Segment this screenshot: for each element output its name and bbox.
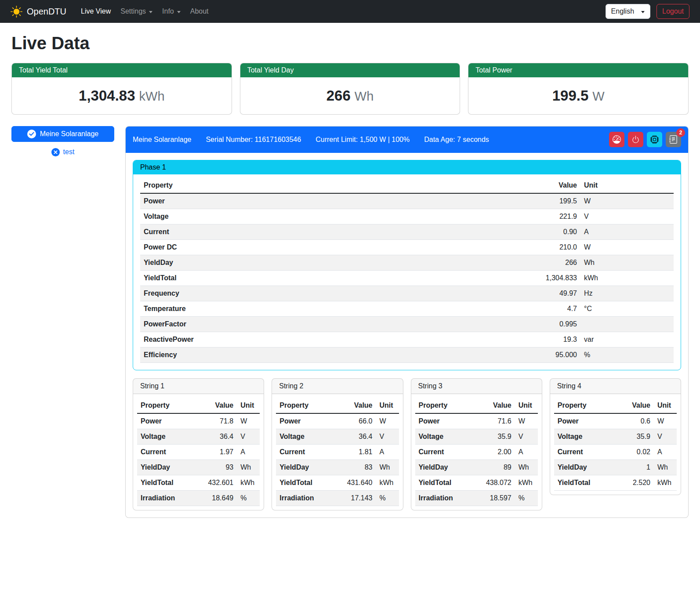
table-header-row: Property Value Unit [137,398,260,413]
inverter-actions: 2 [609,132,681,147]
column-header-unit: Unit [376,398,399,413]
language-select[interactable]: English [606,4,650,19]
inverter-card: Meine Solaranlage Serial Number: 1161716… [125,126,689,518]
property-value: 199.5 [523,193,580,209]
property-unit: W [376,413,399,429]
column-header-property: Property [137,398,203,413]
table-row: YieldDay83Wh [276,460,399,475]
property-name: YieldTotal [276,475,342,490]
property-unit: % [580,347,674,362]
property-value: 1.97 [203,444,237,460]
table-row: YieldTotal1,304.833kWh [140,270,674,286]
property-value: 95.000 [523,347,580,362]
nav-live-view[interactable]: Live View [77,4,115,19]
property-name: YieldDay [137,460,203,475]
inverter-sidebar: Meine Solaranlage test [11,126,114,159]
property-name: ReactivePower [140,332,523,347]
column-header-property: Property [140,178,523,193]
sidebar-item-test[interactable]: test [11,145,114,159]
property-unit: A [580,224,674,239]
property-name: YieldDay [140,255,523,270]
table-row: Power DC210.0W [140,239,674,255]
property-value: 0.995 [523,316,580,332]
property-unit: Wh [580,255,674,270]
table-row: Current1.97A [137,444,260,460]
table-row: YieldTotal432.601kWh [137,475,260,490]
logout-button[interactable]: Logout [656,4,689,19]
string-body: Property Value Unit Power71.6W Voltage35… [411,394,542,510]
string-2-card: String 2 Property Value Unit [272,378,403,510]
property-unit: % [515,490,538,506]
property-name: Frequency [140,286,523,301]
table-row: Power71.6W [415,413,538,429]
property-unit: % [237,490,260,506]
property-unit: W [654,413,677,429]
table-header-row: Property Value Unit [415,398,538,413]
property-value: 1,304.833 [523,270,580,286]
property-unit: V [237,429,260,444]
property-value: 221.9 [523,209,580,224]
brand-link[interactable]: OpenDTU [11,6,66,18]
property-name: Voltage [140,209,523,224]
inverter-card-body: Phase 1 Property Value Unit [126,153,688,517]
table-header-row: Property Value Unit [140,178,674,193]
column-header-unit: Unit [654,398,677,413]
nav-about[interactable]: About [186,4,213,19]
property-name: Power [554,413,620,429]
nav-settings[interactable]: Settings [116,4,156,19]
table-row: Voltage36.4V [137,429,260,444]
nav-settings-label: Settings [120,7,146,15]
property-name: YieldTotal [137,475,203,490]
limit-settings-button[interactable] [609,132,624,147]
event-log-button[interactable]: 2 [666,132,681,147]
property-name: Power [276,413,342,429]
property-unit: A [376,444,399,460]
column-header-unit: Unit [237,398,260,413]
column-header-unit: Unit [580,178,674,193]
string-3-card: String 3 Property Value Unit [411,378,542,510]
property-value: 438.072 [482,475,515,490]
property-value: 1.81 [343,444,376,460]
string-table: Property Value Unit Power0.6W Voltage35.… [554,398,677,491]
property-value: 36.4 [343,429,376,444]
table-row: YieldTotal438.072kWh [415,475,538,490]
property-unit: Wh [237,460,260,475]
table-row: Temperature4.7°C [140,301,674,316]
property-value: 66.0 [343,413,376,429]
property-unit: A [237,444,260,460]
table-row: Current2.00A [415,444,538,460]
property-unit: A [654,444,677,460]
power-icon [631,135,640,144]
property-unit: °C [580,301,674,316]
table-header-row: Property Value Unit [276,398,399,413]
sidebar-item-meine-solaranlage[interactable]: Meine Solaranlage [11,126,114,142]
property-unit [580,316,674,332]
property-unit: W [580,239,674,255]
card-body: 199.5W [468,77,688,114]
journal-text-icon [669,135,678,144]
property-name: Voltage [415,429,482,444]
page-title: Live Data [11,33,689,53]
table-row: YieldDay1Wh [554,460,677,475]
property-unit: kWh [654,475,677,490]
table-row: Irradiation18.649% [137,490,260,506]
table-row: Voltage36.4V [276,429,399,444]
inverter-info-button[interactable] [647,132,662,147]
inverter-data-age: Data Age: 7 seconds [424,136,489,144]
speedometer-icon [613,135,621,144]
x-circle-icon [51,148,60,156]
property-unit: kWh [515,475,538,490]
string-body: Property Value Unit Power71.8W Voltage36… [133,394,264,510]
card-title: Total Yield Day [240,63,460,77]
property-name: PowerFactor [140,316,523,332]
column-header-property: Property [554,398,620,413]
property-value: 36.4 [203,429,237,444]
table-row: Voltage35.9V [554,429,677,444]
language-selected-value: English [611,7,634,15]
card-unit: kWh [139,89,165,103]
nav-info[interactable]: Info [158,4,185,19]
property-name: YieldTotal [554,475,620,490]
power-toggle-button[interactable] [628,132,643,147]
summary-cards-row: Total Yield Total 1,304.83kWh Total Yiel… [11,63,689,115]
property-value: 210.0 [523,239,580,255]
